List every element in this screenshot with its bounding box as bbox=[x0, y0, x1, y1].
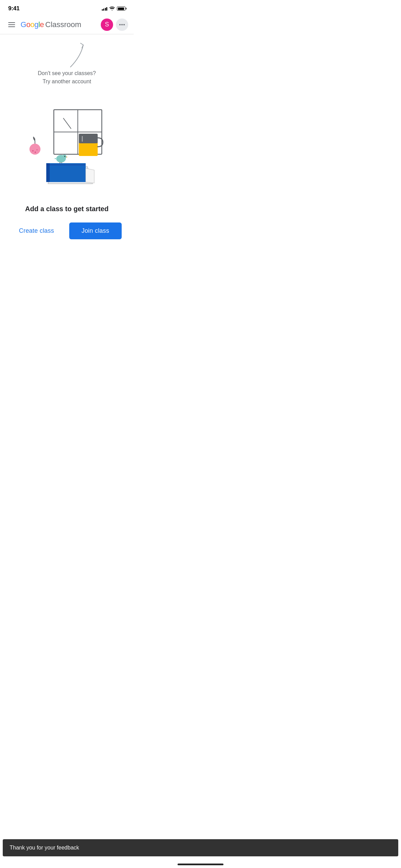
status-time: 9:41 bbox=[8, 5, 20, 12]
svg-point-8 bbox=[37, 149, 38, 150]
more-options-button[interactable] bbox=[116, 19, 128, 31]
status-icons bbox=[102, 7, 126, 11]
user-avatar[interactable]: S bbox=[101, 19, 113, 31]
app-logo: Google Classroom bbox=[21, 20, 101, 29]
svg-rect-10 bbox=[79, 134, 98, 143]
battery-icon bbox=[117, 7, 125, 11]
header-actions: S bbox=[101, 19, 128, 31]
action-buttons: Create class Join class bbox=[8, 222, 125, 239]
header: Google Classroom S bbox=[0, 15, 134, 34]
create-class-button[interactable]: Create class bbox=[12, 223, 61, 239]
join-class-button[interactable]: Join class bbox=[69, 222, 122, 239]
add-class-heading: Add a class to get started bbox=[25, 205, 108, 213]
wifi-icon bbox=[109, 7, 115, 11]
svg-rect-17 bbox=[46, 163, 50, 182]
hint-text: Don't see your classes? Try another acco… bbox=[38, 69, 96, 86]
main-content: Don't see your classes? Try another acco… bbox=[0, 34, 134, 253]
hamburger-menu-button[interactable] bbox=[5, 20, 18, 30]
empty-state-illustration bbox=[22, 99, 111, 195]
hint-arrow-illustration bbox=[63, 40, 91, 71]
logo-google-text: Google bbox=[21, 20, 44, 29]
status-bar: 9:41 bbox=[0, 0, 134, 15]
hint-area: Don't see your classes? Try another acco… bbox=[8, 34, 125, 86]
svg-point-6 bbox=[32, 150, 34, 152]
signal-icon bbox=[102, 7, 108, 11]
logo-classroom-text: Classroom bbox=[45, 20, 81, 29]
books-illustration bbox=[33, 153, 101, 192]
